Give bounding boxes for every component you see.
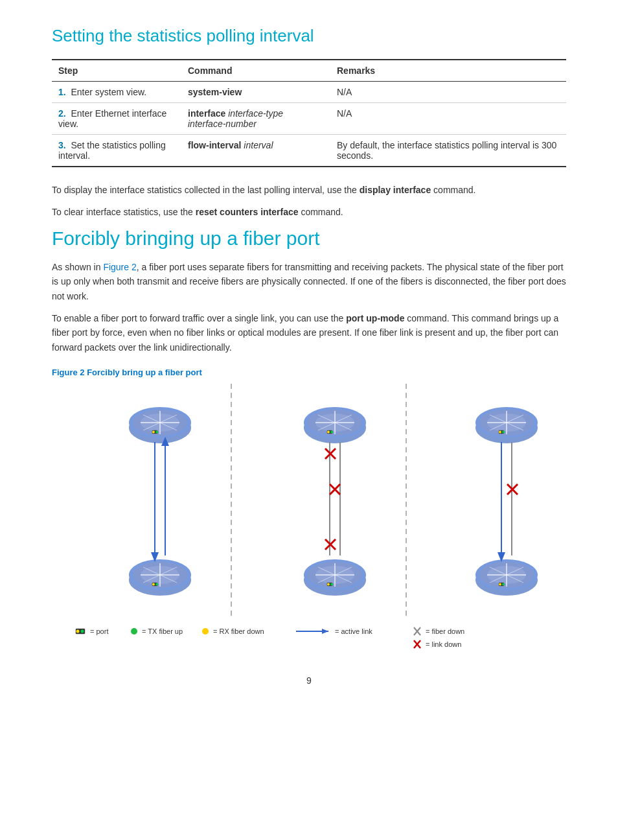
step-desc: Set the statistics polling interval. xyxy=(58,140,166,161)
svg-marker-94 xyxy=(322,629,328,634)
svg-point-37 xyxy=(327,431,330,434)
figure-diagram: = port = TX fiber up = RX fiber down = a… xyxy=(52,384,566,656)
command-cell: system-view xyxy=(181,82,330,103)
remarks-cell: N/A xyxy=(330,103,566,135)
para1: To display the interface statistics coll… xyxy=(52,183,566,197)
step-desc: Enter system view. xyxy=(71,87,146,97)
svg-point-78 xyxy=(499,583,501,586)
svg-point-91 xyxy=(202,628,209,635)
step-number: 3. xyxy=(58,140,66,150)
remarks-cell: By default, the interface statistics pol… xyxy=(330,135,566,167)
page-number: 9 xyxy=(52,675,566,686)
command-bold: interface xyxy=(188,108,225,119)
table-header-remarks: Remarks xyxy=(330,60,566,82)
command-bold: flow-interval xyxy=(188,140,241,150)
svg-point-48 xyxy=(327,583,330,586)
svg-text:= fiber down: = fiber down xyxy=(426,627,464,635)
svg-text:= RX fiber down: = RX fiber down xyxy=(213,627,264,635)
table-row: 2. Enter Ethernet interface view. interf… xyxy=(52,103,566,135)
table-header-step: Step xyxy=(52,60,181,82)
svg-point-12 xyxy=(155,431,158,434)
command-bold: system-view xyxy=(188,87,242,97)
remarks-cell: N/A xyxy=(330,82,566,103)
svg-point-22 xyxy=(152,583,155,586)
svg-point-38 xyxy=(330,431,333,434)
table-row: 3. Set the statistics polling interval. … xyxy=(52,135,566,167)
svg-point-23 xyxy=(155,583,158,586)
svg-text:= port: = port xyxy=(90,627,108,635)
svg-point-89 xyxy=(131,628,137,635)
svg-point-79 xyxy=(502,583,505,586)
command-cell: flow-interval interval xyxy=(181,135,330,167)
svg-point-86 xyxy=(76,630,80,633)
table-row: 1. Enter system view. system-view N/A xyxy=(52,82,566,103)
svg-point-49 xyxy=(330,583,333,586)
table-header-command: Command xyxy=(181,60,330,82)
section2-para1: As shown in Figure 2, a fiber port uses … xyxy=(52,260,566,303)
command-cell: interface interface-typeinterface-number xyxy=(181,103,330,135)
svg-text:= active link: = active link xyxy=(335,627,372,635)
step-desc: Enter Ethernet interface view. xyxy=(58,108,166,129)
para2: To clear interface statistics, use the r… xyxy=(52,205,566,219)
figure-caption: Figure 2 Forcibly bring up a fiber port xyxy=(52,368,566,377)
svg-text:= link down: = link down xyxy=(426,640,461,648)
svg-point-11 xyxy=(152,431,155,434)
step-number: 1. xyxy=(58,87,66,97)
section2-title: Forcibly bringing up a fiber port xyxy=(52,228,566,250)
svg-text:= TX fiber up: = TX fiber up xyxy=(142,627,183,635)
svg-point-87 xyxy=(81,630,84,633)
step-number: 2. xyxy=(58,108,66,119)
command-italic: interval xyxy=(244,140,273,150)
section2-para2: To enable a fiber port to forward traffi… xyxy=(52,311,566,355)
svg-point-67 xyxy=(499,431,501,434)
svg-point-68 xyxy=(502,431,505,434)
commands-table: Step Command Remarks 1. Enter system vie… xyxy=(52,59,566,167)
section1-title: Setting the statistics polling interval xyxy=(52,26,566,46)
